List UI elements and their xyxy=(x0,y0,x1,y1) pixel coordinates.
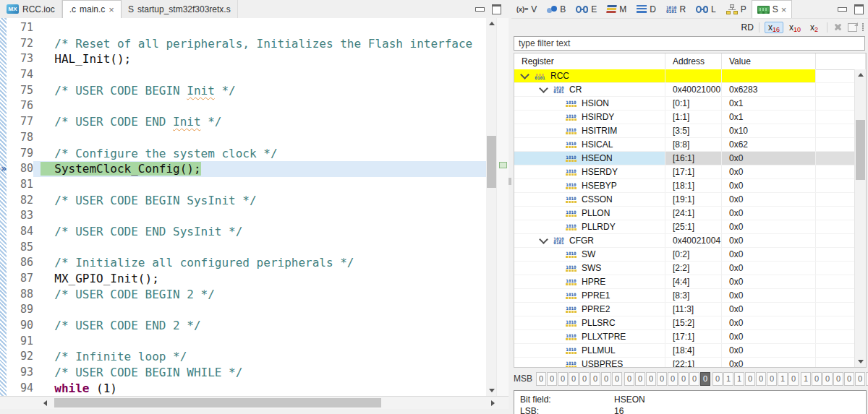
bit-28[interactable]: 0 xyxy=(569,372,579,386)
maximize-icon[interactable] xyxy=(492,4,501,14)
bit-2[interactable]: 0 xyxy=(855,372,865,386)
bit-21[interactable]: 0 xyxy=(646,372,656,386)
code-line-81[interactable]: 81 xyxy=(0,177,486,193)
radix-x2-button[interactable]: x2 xyxy=(807,22,822,33)
read-button[interactable]: RD xyxy=(741,22,754,33)
sfr-row-RCC[interactable]: 0101RCC xyxy=(514,69,855,83)
line-number[interactable]: 86 xyxy=(0,255,33,271)
code-line-82[interactable]: 82 /* USER CODE BEGIN SysInit */ xyxy=(0,193,486,209)
line-number[interactable]: 73 xyxy=(0,51,33,67)
code-line-85[interactable]: 85 xyxy=(0,240,486,256)
radix-x10-button[interactable]: x10 xyxy=(786,22,804,33)
sfr-row-HSICAL[interactable]: 1010HSICAL[8:8]0x62 xyxy=(514,138,855,152)
sfr-row-HSEON[interactable]: 1010HSEON[16:1]0x0 xyxy=(514,152,855,165)
code-editor[interactable]: 7172 /* Reset of all peripherals, Initia… xyxy=(0,18,509,396)
line-number[interactable]: 92 xyxy=(0,349,33,365)
code-line-84[interactable]: 84 /* USER CODE END SysInit */ xyxy=(0,224,486,240)
column-header-register[interactable]: Register xyxy=(514,53,665,69)
editor-vscroll-thumb[interactable] xyxy=(487,136,496,188)
column-header-value[interactable]: Value xyxy=(722,53,816,69)
sfr-row-HSEBYP[interactable]: 1010HSEBYP[18:1]0x0 xyxy=(514,179,855,193)
bit-4[interactable]: 0 xyxy=(833,372,843,386)
line-number[interactable]: 78 xyxy=(0,130,33,146)
bit-13[interactable]: 1 xyxy=(734,372,744,386)
filter-input[interactable] xyxy=(514,36,865,51)
line-number[interactable]: 72 xyxy=(0,36,33,52)
line-number[interactable]: 88 xyxy=(0,287,33,303)
bit-26[interactable]: 0 xyxy=(590,372,600,386)
sfr-row-SW[interactable]: 1010SW[0:2]0x0 xyxy=(514,248,855,262)
bit-14[interactable]: 1 xyxy=(723,372,733,386)
column-header-address[interactable]: Address xyxy=(665,53,722,69)
bit-10[interactable]: 0 xyxy=(767,372,777,386)
code-line-78[interactable]: 78 xyxy=(0,130,486,146)
table-vertical-scrollbar[interactable] xyxy=(854,69,866,367)
view-tab-B[interactable]: B xyxy=(542,0,571,18)
sfr-row-PPRE1[interactable]: 1010PPRE1[8:3]0x0 xyxy=(514,289,855,303)
minimize-icon[interactable] xyxy=(838,7,847,12)
line-number[interactable]: 90 xyxy=(0,318,33,334)
scroll-down-icon[interactable] xyxy=(486,385,497,396)
bit-16[interactable]: 0 xyxy=(700,372,710,386)
line-number[interactable]: 91 xyxy=(0,334,33,350)
sfr-row-HSITRIM[interactable]: 1010HSITRIM[3:5]0x10 xyxy=(514,124,855,138)
line-number[interactable]: 87 xyxy=(0,271,33,287)
line-number[interactable]: 93 xyxy=(0,365,33,381)
code-line-79[interactable]: 79 /* Configure the system clock */ xyxy=(0,146,486,162)
close-icon[interactable]: × xyxy=(109,5,114,14)
bit-7[interactable]: 1 xyxy=(801,372,811,386)
table-vscroll-thumb[interactable] xyxy=(856,120,865,180)
line-number[interactable]: 83 xyxy=(0,208,33,224)
sfr-row-CSSON[interactable]: 1010CSSON[19:1]0x0 xyxy=(514,193,855,207)
view-tab-P[interactable]: P xyxy=(721,0,752,18)
view-tab-V[interactable]: (x)=V xyxy=(511,0,542,18)
bit-24[interactable]: 0 xyxy=(612,372,622,386)
scroll-up-icon[interactable] xyxy=(486,18,497,29)
line-number[interactable]: 94 xyxy=(0,381,33,396)
scroll-down-icon[interactable] xyxy=(855,356,866,367)
line-number[interactable]: 81 xyxy=(0,177,33,193)
line-number[interactable]: 76 xyxy=(0,98,33,114)
view-tab-M[interactable]: M xyxy=(602,0,631,18)
code-line-93[interactable]: 93 /* USER CODE BEGIN WHILE */ xyxy=(0,365,486,381)
bit-20[interactable]: 0 xyxy=(657,372,667,386)
bit-31[interactable]: 0 xyxy=(536,372,546,386)
sfr-row-SWS[interactable]: 1010SWS[2:2]0x0 xyxy=(514,262,855,275)
sfr-row-CR[interactable]: 10100101CR0x400210000x6283 xyxy=(514,83,855,97)
bit-29[interactable]: 0 xyxy=(558,372,568,386)
line-number[interactable]: 89 xyxy=(0,302,33,318)
sfr-row-PLLXTPRE[interactable]: 1010PLLXTPRE[17:1]0x0 xyxy=(514,330,855,344)
editor-tab-main.c[interactable]: .cmain.c× xyxy=(62,0,122,18)
chevron-down-icon[interactable] xyxy=(539,84,548,93)
bit-12[interactable]: 0 xyxy=(745,372,755,386)
bit-27[interactable]: 0 xyxy=(579,372,590,386)
sfr-row-HSERDY[interactable]: 1010HSERDY[17:1]0x0 xyxy=(514,165,855,179)
editor-tab-RCC.ioc[interactable]: MXRCC.ioc xyxy=(0,0,62,18)
bit-3[interactable]: 0 xyxy=(844,372,854,386)
configure-tools-icon[interactable] xyxy=(833,22,843,32)
code-line-83[interactable]: 83 xyxy=(0,208,486,224)
code-line-75[interactable]: 75 /* USER CODE BEGIN Init */ xyxy=(0,83,486,99)
code-line-76[interactable]: 76 xyxy=(0,98,486,114)
code-line-89[interactable]: 89 xyxy=(0,302,486,318)
bit-11[interactable]: 0 xyxy=(756,372,766,386)
overview-ruler[interactable] xyxy=(496,18,509,396)
minimize-icon[interactable] xyxy=(475,7,485,12)
bit-9[interactable]: 1 xyxy=(778,372,788,386)
bit-5[interactable]: 0 xyxy=(822,372,833,386)
close-icon[interactable]: × xyxy=(781,5,787,14)
line-number[interactable]: 71 xyxy=(0,20,33,36)
editor-horizontal-scrollbar[interactable] xyxy=(0,396,509,409)
line-number[interactable]: 79 xyxy=(0,146,33,162)
bit-19[interactable]: 0 xyxy=(668,372,678,386)
code-line-77[interactable]: 77 /* USER CODE END Init */ xyxy=(0,114,486,130)
code-line-92[interactable]: 92 /* Infinite loop */ xyxy=(0,349,486,365)
sfr-row-PLLON[interactable]: 1010PLLON[24:1]0x0 xyxy=(514,207,855,220)
line-number[interactable]: 82 xyxy=(0,193,33,209)
bit-22[interactable]: 0 xyxy=(635,372,645,386)
bit-8[interactable]: 0 xyxy=(788,372,799,386)
view-tab-E[interactable]: E xyxy=(571,0,602,18)
sfr-row-HPRE[interactable]: 1010HPRE[4:4]0x0 xyxy=(514,275,855,289)
sfr-row-USBPRES[interactable]: 1010USBPRES[22:1]0x0 xyxy=(514,358,855,367)
editor-vertical-scrollbar[interactable] xyxy=(486,18,497,396)
